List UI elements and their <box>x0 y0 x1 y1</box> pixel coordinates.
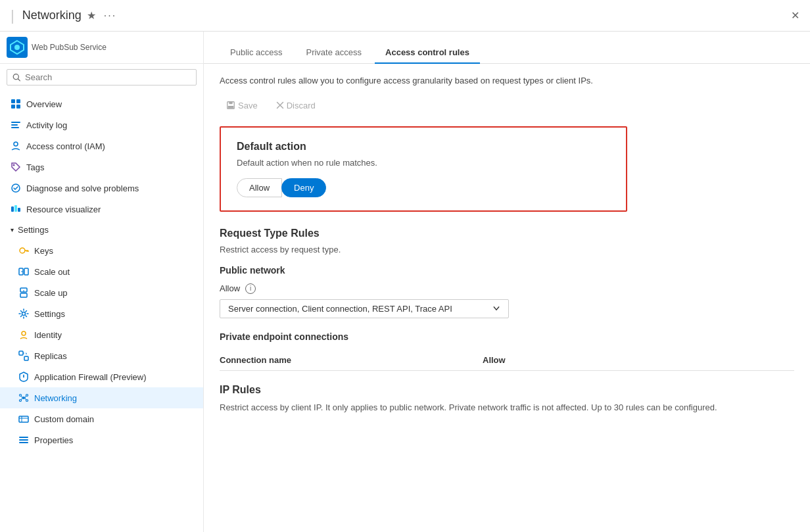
sidebar-item-activity-log[interactable]: Activity log <box>0 114 203 135</box>
tags-icon <box>11 162 21 172</box>
sidebar-item-identity-label: Identity <box>34 330 62 340</box>
sidebar-item-networking[interactable]: Networking <box>0 387 203 408</box>
sidebar-item-keys[interactable]: Keys <box>0 240 203 261</box>
sidebar-item-overview-label: Overview <box>26 99 62 109</box>
sidebar-search[interactable] <box>7 69 197 85</box>
svg-rect-47 <box>19 439 28 441</box>
app-logo <box>7 37 28 58</box>
allow-label: Allow <box>220 283 240 293</box>
search-input[interactable] <box>25 72 191 82</box>
sidebar-item-properties[interactable]: Properties <box>0 429 203 450</box>
svg-rect-9 <box>11 122 20 123</box>
sidebar-app-name: Web PubSub Service <box>32 43 107 52</box>
settings-section[interactable]: ▾ Settings <box>0 220 203 240</box>
sidebar-item-app-firewall-label: Application Firewall (Preview) <box>34 372 147 382</box>
sidebar-item-access-control[interactable]: Access control (IAM) <box>0 135 203 157</box>
scale-out-icon <box>18 266 29 277</box>
connection-types-dropdown[interactable]: Server connection, Client connection, RE… <box>220 299 509 318</box>
svg-point-12 <box>14 142 18 146</box>
replicas-icon <box>18 351 29 361</box>
diagnose-icon <box>11 183 21 193</box>
sidebar-item-diagnose[interactable]: Diagnose and solve problems <box>0 178 203 199</box>
svg-rect-17 <box>18 208 20 212</box>
sidebar-item-scale-up[interactable]: Scale up <box>0 282 203 303</box>
ip-rules-description: Restrict access by client IP. It only ap… <box>220 401 794 414</box>
deny-toggle-btn[interactable]: Deny <box>281 178 326 197</box>
search-icon <box>12 73 21 82</box>
svg-rect-10 <box>11 124 18 126</box>
toolbar: Save Discard <box>220 98 794 113</box>
properties-icon <box>18 435 29 445</box>
sidebar-item-settings[interactable]: Settings <box>0 303 203 324</box>
tab-public-access[interactable]: Public access <box>220 42 293 64</box>
keys-icon <box>18 245 29 256</box>
request-type-rules-title: Request Type Rules <box>220 228 794 239</box>
col-allow: Allow <box>483 355 794 365</box>
networking-icon <box>18 393 29 403</box>
favorite-icon[interactable]: ★ <box>87 9 96 22</box>
firewall-icon <box>18 372 29 382</box>
sidebar-item-app-firewall[interactable]: Application Firewall (Preview) <box>0 366 203 387</box>
allow-row: Allow i <box>220 283 794 294</box>
sidebar-item-identity[interactable]: Identity <box>0 324 203 345</box>
svg-rect-23 <box>24 268 28 275</box>
sidebar-item-resource-visualizer[interactable]: Resource visualizer <box>0 199 203 220</box>
more-options-icon[interactable]: ··· <box>104 10 116 22</box>
discard-icon <box>276 101 284 109</box>
svg-rect-8 <box>16 105 20 109</box>
identity-icon <box>18 329 29 340</box>
sidebar-item-overview[interactable]: Overview <box>0 93 203 114</box>
table-header: Connection name Allow <box>220 350 794 371</box>
top-bar: | Networking ★ ··· ✕ <box>0 0 810 32</box>
sidebar-item-visualizer-label: Resource visualizer <box>26 205 101 214</box>
svg-point-18 <box>20 248 25 253</box>
col-connection-name: Connection name <box>220 355 483 365</box>
svg-line-4 <box>18 79 20 81</box>
iam-icon <box>11 141 21 151</box>
sidebar-item-tags[interactable]: Tags <box>0 157 203 178</box>
private-endpoint-title: Private endpoint connections <box>220 331 794 342</box>
info-icon[interactable]: i <box>245 283 256 294</box>
svg-point-37 <box>20 400 22 402</box>
top-bar-left: | Networking ★ ··· <box>11 7 116 24</box>
settings-icon <box>18 308 29 319</box>
save-button[interactable]: Save <box>220 98 264 113</box>
sidebar-item-iam-label: Access control (IAM) <box>26 141 105 151</box>
allow-deny-toggle: Allow Deny <box>237 178 610 197</box>
sidebar-item-replicas[interactable]: Replicas <box>0 345 203 366</box>
svg-line-40 <box>25 396 26 398</box>
svg-rect-16 <box>14 205 17 212</box>
svg-rect-48 <box>19 442 28 443</box>
svg-point-38 <box>26 400 28 402</box>
tabs-bar: Public access Private access Access cont… <box>204 32 810 64</box>
tab-access-control-rules[interactable]: Access control rules <box>375 42 480 64</box>
save-icon <box>226 101 235 110</box>
dropdown-value: Server connection, Client connection, RE… <box>228 304 452 314</box>
sidebar-item-keys-label: Keys <box>34 246 53 256</box>
sidebar-item-scale-up-label: Scale up <box>34 288 68 298</box>
allow-toggle-btn[interactable]: Allow <box>237 178 282 197</box>
custom-domain-icon <box>18 414 29 424</box>
svg-rect-30 <box>19 351 23 355</box>
svg-rect-50 <box>229 102 232 105</box>
sidebar-item-scale-out-label: Scale out <box>34 267 70 277</box>
private-endpoint-section: Private endpoint connections Connection … <box>220 331 794 371</box>
save-label: Save <box>238 101 258 110</box>
svg-point-29 <box>22 331 26 335</box>
discard-button[interactable]: Discard <box>270 98 322 113</box>
activity-log-icon <box>11 120 21 130</box>
overview-icon <box>11 99 21 109</box>
svg-rect-7 <box>11 105 15 109</box>
default-action-description: Default action when no rule matches. <box>237 158 610 168</box>
content-area: Public access Private access Access cont… <box>204 32 810 532</box>
close-icon[interactable]: ✕ <box>791 9 799 22</box>
svg-rect-11 <box>11 127 19 128</box>
tab-private-access[interactable]: Private access <box>295 42 372 64</box>
visualizer-icon <box>11 204 21 214</box>
scale-up-icon <box>18 287 29 298</box>
svg-point-36 <box>26 395 28 397</box>
sidebar-nav: Overview Activity log Access control (IA… <box>0 91 203 453</box>
svg-point-35 <box>20 395 22 397</box>
sidebar-item-custom-domain[interactable]: Custom domain <box>0 408 203 429</box>
sidebar-item-scale-out[interactable]: Scale out <box>0 261 203 282</box>
